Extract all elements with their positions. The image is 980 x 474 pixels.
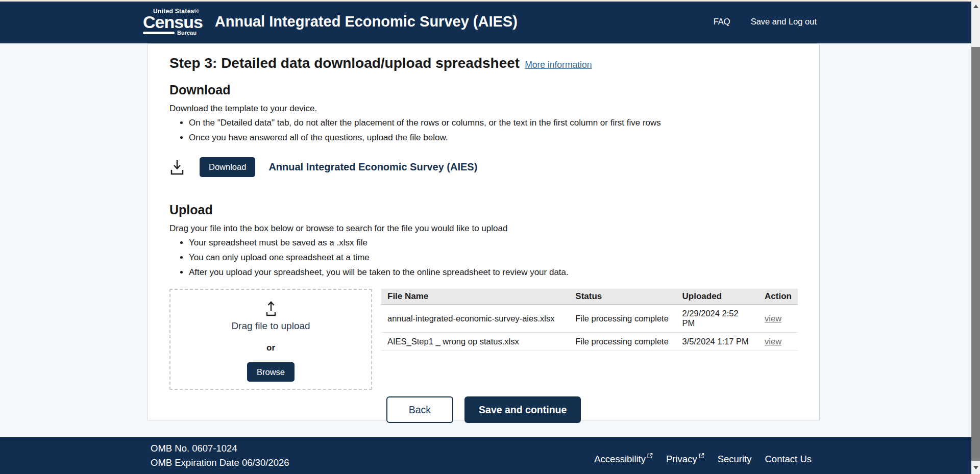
uploaded-files-table: File Name Status Uploaded Action annual-… <box>381 289 798 351</box>
accessibility-label: Accessibility <box>594 454 646 465</box>
file-dropzone[interactable]: Drag file to upload or Browse <box>169 289 372 390</box>
cell-file-name: AIES_Step1 _ wrong op status.xlsx <box>381 333 569 351</box>
more-information-link[interactable]: More information <box>525 60 592 70</box>
download-bullets: On the "Detailed data" tab, do not alter… <box>169 117 798 144</box>
content-card: Step 3: Detailed data download/upload sp… <box>148 43 820 420</box>
view-link[interactable]: view <box>765 314 781 323</box>
cell-status: File processing complete <box>569 333 676 351</box>
upload-bullet: Your spreadsheet must be saved as a .xls… <box>189 237 798 250</box>
download-bullet: On the "Detailed data" tab, do not alter… <box>189 117 798 130</box>
census-logo[interactable]: United States® Census Bureau <box>143 8 203 36</box>
accessibility-link[interactable]: Accessibility <box>594 454 653 465</box>
col-header-status: Status <box>569 289 676 305</box>
col-header-file-name: File Name <box>381 289 569 305</box>
top-strip <box>0 0 980 2</box>
cell-uploaded: 2/29/2024 2:52 PM <box>676 305 759 333</box>
uploaded-files-table-wrap: File Name Status Uploaded Action annual-… <box>381 289 798 390</box>
privacy-label: Privacy <box>666 454 697 465</box>
contact-us-label: Contact Us <box>765 454 812 465</box>
upload-intro: Drag your file into the box below or bro… <box>169 223 798 234</box>
upload-area: Drag file to upload or Browse File Name … <box>169 289 798 390</box>
upload-bullets: Your spreadsheet must be saved as a .xls… <box>169 237 798 279</box>
col-header-action: Action <box>758 289 798 305</box>
upload-heading: Upload <box>169 203 798 217</box>
view-link[interactable]: view <box>765 337 781 346</box>
table-row: annual-integrated-economic-survey-aies.x… <box>381 305 798 333</box>
logo-bar <box>143 32 175 34</box>
cell-file-name: annual-integrated-economic-survey-aies.x… <box>381 305 569 333</box>
faq-link[interactable]: FAQ <box>714 17 730 27</box>
external-link-icon <box>698 453 704 459</box>
download-heading: Download <box>169 83 798 97</box>
external-link-icon <box>647 453 653 459</box>
app-title: Annual Integrated Economic Survey (AIES) <box>215 13 518 30</box>
cell-uploaded: 3/5/2024 1:17 PM <box>676 333 759 351</box>
or-label: or <box>266 343 275 353</box>
omb-number: OMB No. 0607-1024 <box>151 441 289 456</box>
upload-bullet: You can only upload one spreadsheet at a… <box>189 252 798 264</box>
table-header-row: File Name Status Uploaded Action <box>381 289 798 305</box>
actions-row: Back Save and continue <box>169 396 798 423</box>
download-intro: Download the template to your device. <box>169 104 798 114</box>
col-header-uploaded: Uploaded <box>676 289 759 305</box>
app-header: United States® Census Bureau Annual Inte… <box>0 0 971 43</box>
contact-us-link[interactable]: Contact Us <box>765 454 812 465</box>
browse-button[interactable]: Browse <box>247 362 295 382</box>
scrollbar[interactable] <box>971 0 980 474</box>
security-link[interactable]: Security <box>718 454 752 465</box>
scroll-down-button[interactable] <box>971 463 980 472</box>
back-button[interactable]: Back <box>386 396 453 423</box>
save-and-continue-button[interactable]: Save and continue <box>464 396 581 423</box>
header-nav: FAQ Save and Log out <box>714 17 817 27</box>
download-icon <box>169 159 186 176</box>
scrollbar-thumb[interactable] <box>971 47 980 461</box>
arrow-up-icon <box>973 5 978 8</box>
logo-main-text: Census <box>143 13 203 31</box>
drag-file-label: Drag file to upload <box>231 320 310 332</box>
omb-info: OMB No. 0607-1024 OMB Expiration Date 06… <box>151 441 289 470</box>
arrow-down-icon <box>973 466 978 469</box>
download-bullet: Once you have answered all of the questi… <box>189 132 798 144</box>
cell-status: File processing complete <box>569 305 676 333</box>
scroll-up-button[interactable] <box>971 2 980 11</box>
logo-sub-text: Bureau <box>177 30 197 36</box>
omb-expiration-date: OMB Expiration Date 06/30/2026 <box>151 456 289 470</box>
security-label: Security <box>718 454 752 465</box>
page-title: Step 3: Detailed data download/upload sp… <box>169 55 520 71</box>
save-and-logout-link[interactable]: Save and Log out <box>751 17 817 27</box>
download-file-label: Annual Integrated Economic Survey (AIES) <box>268 161 477 173</box>
download-row: Download Annual Integrated Economic Surv… <box>169 157 798 177</box>
privacy-link[interactable]: Privacy <box>666 454 704 465</box>
app-footer: OMB No. 0607-1024 OMB Expiration Date 06… <box>0 437 971 474</box>
footer-nav: Accessibility Privacy Security C <box>594 454 812 465</box>
table-row: AIES_Step1 _ wrong op status.xlsx File p… <box>381 333 798 351</box>
upload-icon <box>263 300 279 317</box>
download-button[interactable]: Download <box>200 157 255 177</box>
upload-bullet: After you upload your spreadsheet, you w… <box>189 266 798 279</box>
